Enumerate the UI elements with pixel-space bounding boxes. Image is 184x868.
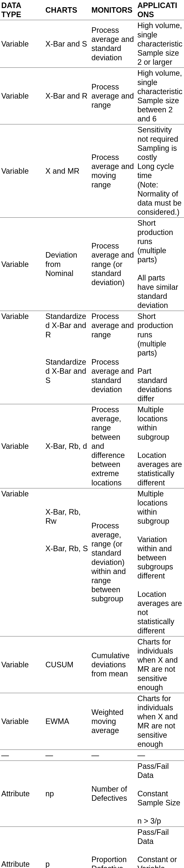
cell-datatype: Variable [0,693,44,749]
cell-datatype: Variable [0,68,44,124]
cell-applications: Charts for individuals when X and MR are… [136,693,184,749]
header-monitors: MONITORS [90,0,136,20]
cell-datatype: Attribute [0,827,44,868]
cell-monitors: Process average, range between and diffe… [90,404,136,488]
application-line: High volume, single characteristic [137,68,183,96]
table-row: VariableX-Bar, Rb, dProcess average, ran… [0,404,184,488]
cell-monitors: Number of Defectives [90,761,136,827]
cell-monitors: — [90,750,136,761]
cell-monitors: Weighted moving average [90,693,136,749]
cell-monitors: Process average and standard deviation [90,20,136,68]
cell-applications: Charts for individuals when X and MR are… [136,636,184,693]
cell-charts: np [44,761,90,827]
application-line: All parts have similar standard deviatio… [137,273,183,310]
cell-charts: — [44,750,90,761]
cell-datatype: Variable [0,311,44,404]
cell-charts: X-Bar, Rb, Rw X-Bar, Rb, S [44,488,90,636]
cell-charts: X-Bar, Rb, d [44,404,90,488]
application-line: Sample size 2 or larger [137,49,183,67]
application-line: n > 3/p [137,816,183,826]
application-line: Variation within and between subgroups d… [137,535,183,581]
cell-monitors: Process average and moving range [90,124,136,218]
application-line [137,846,183,855]
application-line: Short production runs (multiple parts) [137,218,183,264]
application-line: Charts for individuals when X and MR are… [137,694,183,749]
cell-charts: X and MR [44,124,90,218]
application-line [137,526,183,535]
table-row: AttributepProportion DefectivePass/Fail … [0,827,184,868]
cell-monitors-line [91,339,135,348]
cell-charts: Standardized X-Bar and R Standardized X-… [44,311,90,404]
application-line [137,358,183,367]
cell-datatype: Variable [0,20,44,68]
application-line [137,780,183,789]
cell-applications: Sensitivity not requiredSampling is cost… [136,124,184,218]
application-line: Sample size between 2 and 6 [137,96,183,124]
table-row: VariableX and MRProcess average and movi… [0,124,184,218]
cell-applications: Multiple locations within subgroup Varia… [136,488,184,636]
cell-monitors: Process average and range [90,68,136,124]
cell-charts-line [45,489,89,498]
cell-datatype: Variable [0,218,44,311]
table-row: VariableX-Bar and RProcess average and r… [0,68,184,124]
cell-charts: X-Bar and R [44,68,90,124]
cell-applications: Short production runs (multiple parts) A… [136,218,184,311]
table-row: VariableCUSUMCumulative deviations from … [0,636,184,693]
application-line: — [137,751,183,760]
application-line [137,264,183,273]
cell-charts: Deviation from Nominal [44,218,90,311]
header-applications: APPLICATIONS [136,0,184,20]
cell-charts-line [45,339,89,348]
table-row: Variable X-Bar, Rb, Rw X-Bar, Rb, SProce… [0,488,184,636]
table-row: VariableEWMAWeighted moving averageChart… [0,693,184,749]
application-line: Location averages are not statistically … [137,590,183,636]
table-row: VariableX-Bar and SProcess average and s… [0,20,184,68]
cell-monitors-line: Process average and range [91,312,135,339]
cell-datatype: Variable [0,404,44,488]
cell-datatype: — [0,750,44,761]
cell-applications: Multiple locations within subgroup Locat… [136,404,184,488]
cell-applications: High volume, single characteristicSample… [136,20,184,68]
cell-applications: Short production runs (multiple parts) P… [136,311,184,404]
table-header: DATA TYPE CHARTS MONITORS APPLICATIONS [0,0,184,20]
cell-monitors: Process average and range (or standard d… [90,218,136,311]
cell-monitors: Proportion Defective [90,827,136,868]
cell-datatype: Attribute [0,761,44,827]
cell-charts-line: Standardized X-Bar and S [45,358,89,385]
table-row: ———— [0,750,184,761]
cell-charts: p [44,827,90,868]
application-line: Location averages are statistically diff… [137,451,183,487]
application-line [137,807,183,816]
cell-charts-line [45,526,89,535]
application-line: Multiple locations within subgroup [137,489,183,526]
application-line [137,442,183,451]
application-line: (Note: Normality of data must be conside… [137,180,183,217]
cell-charts: EWMA [44,693,90,749]
application-line: Sampling is costly [137,144,183,162]
cell-charts-line: X-Bar, Rb, Rw [45,507,89,526]
cell-charts: X-Bar and S [44,20,90,68]
table-row: VariableDeviation from NominalProcess av… [0,218,184,311]
cell-applications: Pass/Fail Data Constant Sample Size n > … [136,761,184,827]
cell-charts: CUSUM [44,636,90,693]
application-line: Charts for individuals when X and MR are… [137,637,183,692]
application-line: Multiple locations within subgroup [137,405,183,442]
cell-charts-line: Standardized X-Bar and R [45,312,89,339]
application-line: Pass/Fail Data [137,828,183,846]
cell-datatype: Variable [0,636,44,693]
cell-charts-line: X-Bar, Rb, S [45,544,89,553]
table-row: AttributenpNumber of DefectivesPass/Fail… [0,761,184,827]
application-line: Long cycle time [137,162,183,180]
cell-applications: High volume, single characteristicSample… [136,68,184,124]
header-charts: CHARTS [44,0,90,20]
application-line: Constant or Variable Sample Size [137,855,183,868]
cell-applications: — [136,750,184,761]
cell-datatype: Variable [0,488,44,636]
control-charts-table: DATA TYPE CHARTS MONITORS APPLICATIONS V… [0,0,184,868]
cell-datatype: Variable [0,124,44,218]
cell-monitors: Cumulative deviations from mean [90,636,136,693]
cell-monitors-line: Process average and standard deviation [91,358,135,394]
header-datatype: DATA TYPE [0,0,44,20]
cell-applications: Pass/Fail Data Constant or Variable Samp… [136,827,184,868]
cell-monitors: Process average, range (or standard devi… [90,488,136,636]
